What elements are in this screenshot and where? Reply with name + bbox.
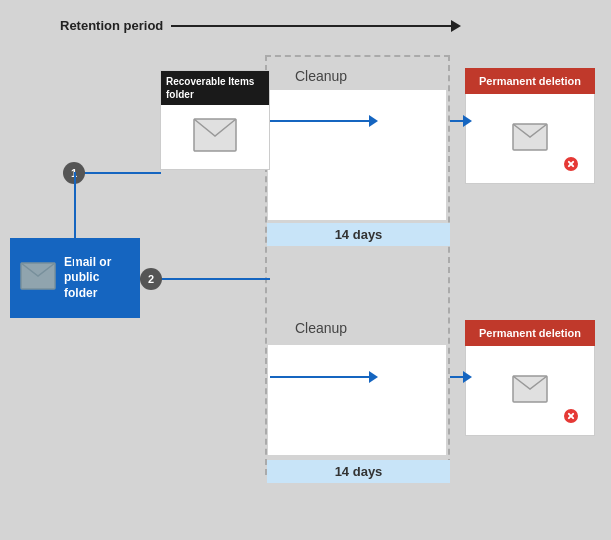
- permanent-deletion-label-top: Permanent deletion: [465, 68, 595, 94]
- email-folder-icon: [20, 262, 56, 294]
- permanent-deletion-bottom: Permanent deletion: [465, 320, 595, 436]
- x-badge-bottom: [562, 407, 580, 425]
- badge-2: 2: [140, 268, 162, 290]
- permanent-deletion-label-bottom: Permanent deletion: [465, 320, 595, 346]
- retention-label: Retention period: [60, 18, 163, 33]
- arrow-to-cleanup-bottom: [270, 376, 370, 378]
- recoverable-items-box: Recoverable Items folder: [160, 70, 270, 170]
- vertical-connector: [74, 172, 76, 280]
- arrow-cleanup-to-perm-top: [450, 120, 464, 122]
- recoverable-label: Recoverable Items folder: [161, 71, 269, 105]
- arrow-line: [171, 25, 451, 27]
- retention-arrow: [171, 20, 461, 32]
- days-label-bottom: 14 days: [267, 460, 450, 483]
- permanent-deletion-top: Permanent deletion: [465, 68, 595, 184]
- cleanup-content-bottom: [268, 345, 446, 455]
- horizontal-line-to-recoverable: [74, 172, 161, 174]
- arrow-recoverable-to-cleanup: [270, 120, 370, 122]
- deleted-email-icon-bottom: [512, 375, 548, 407]
- retention-header: Retention period: [60, 18, 461, 33]
- cleanup-content-top: [268, 90, 446, 220]
- arrow-head: [451, 20, 461, 32]
- cleanup-label-bottom: Cleanup: [295, 320, 347, 336]
- cleanup-label-top: Cleanup: [295, 68, 347, 84]
- permanent-deletion-body-bottom: [465, 346, 595, 436]
- permanent-deletion-body-top: [465, 94, 595, 184]
- deleted-email-icon-top: [512, 123, 548, 155]
- arrow-cleanup-to-perm-bottom: [450, 376, 464, 378]
- x-badge-top: [562, 155, 580, 173]
- recoverable-envelope-icon: [161, 105, 269, 165]
- days-label-top: 14 days: [267, 223, 450, 246]
